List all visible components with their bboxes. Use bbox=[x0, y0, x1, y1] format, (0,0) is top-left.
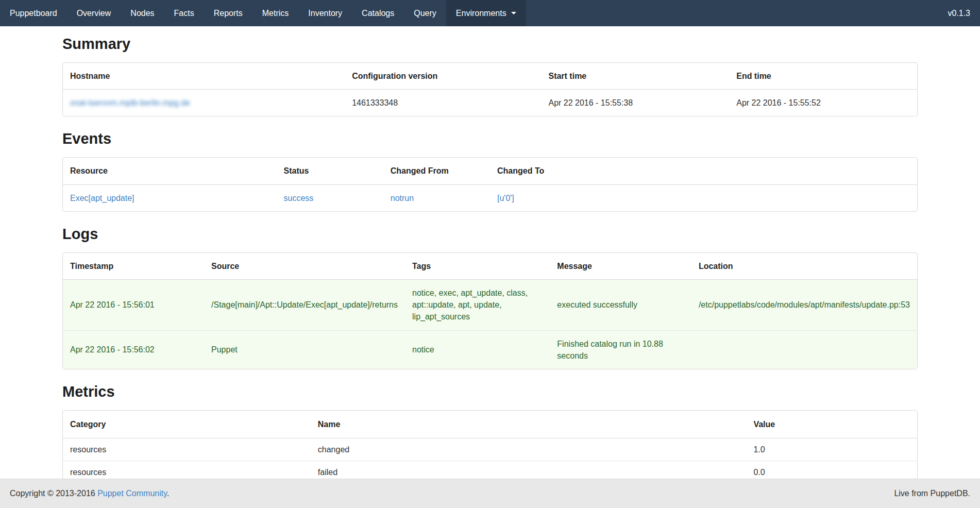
events-header-changed-from: Changed From bbox=[383, 158, 490, 184]
metrics-heading: Metrics bbox=[62, 383, 918, 400]
metrics-header-name: Name bbox=[311, 411, 747, 438]
events-table: Resource Status Changed From Changed To … bbox=[62, 157, 918, 211]
summary-table: Hostname Configuration version Start tim… bbox=[62, 62, 918, 116]
log-timestamp: Apr 22 2016 - 15:56:01 bbox=[63, 280, 204, 330]
events-header-status: Status bbox=[277, 158, 383, 184]
nav-item-reports[interactable]: Reports bbox=[204, 0, 252, 26]
nav-item-nodes[interactable]: Nodes bbox=[121, 0, 164, 26]
table-row: Apr 22 2016 - 15:56:02 Puppet notice Fin… bbox=[63, 330, 917, 369]
nav-item-query[interactable]: Query bbox=[404, 0, 446, 26]
start-time-value: Apr 22 2016 - 15:55:38 bbox=[541, 90, 729, 116]
footer: Copyright © 2013-2016 Puppet Community. … bbox=[0, 479, 980, 508]
events-header-resource: Resource bbox=[63, 158, 277, 184]
nav-item-overview[interactable]: Overview bbox=[67, 0, 121, 26]
table-row: Apr 22 2016 - 15:56:01 /Stage[main]/Apt:… bbox=[63, 280, 917, 330]
logs-header-location: Location bbox=[691, 253, 917, 280]
summary-header-config-version: Configuration version bbox=[345, 63, 541, 90]
metrics-header-category: Category bbox=[63, 411, 311, 438]
brand-link[interactable]: Puppetboard bbox=[0, 0, 67, 26]
metrics-header-row: Category Name Value bbox=[63, 411, 917, 438]
logs-header-source: Source bbox=[204, 253, 405, 280]
event-status-link[interactable]: success bbox=[284, 194, 314, 202]
event-changed-to-link[interactable]: [u'0'] bbox=[497, 194, 514, 202]
copyright-text: Copyright © 2013-2016 Puppet Community. bbox=[10, 489, 169, 498]
report-page: Summary Hostname Configuration version S… bbox=[62, 0, 918, 508]
nav-item-inventory[interactable]: Inventory bbox=[298, 0, 352, 26]
table-row: resources changed 1.0 bbox=[63, 438, 917, 461]
summary-header-row: Hostname Configuration version Start tim… bbox=[63, 63, 917, 90]
chevron-down-icon bbox=[511, 12, 516, 14]
metric-value: 1.0 bbox=[746, 438, 917, 461]
hostname-link[interactable]: xnat-tservvm.mpib-berlin.mpg.de bbox=[70, 98, 190, 107]
table-row: Exec[apt_update] success notrun [u'0'] bbox=[63, 185, 917, 211]
logs-header-timestamp: Timestamp bbox=[63, 253, 204, 280]
version-label: v0.1.3 bbox=[938, 0, 980, 26]
log-location bbox=[691, 330, 917, 369]
config-version-value: 1461333348 bbox=[345, 90, 541, 116]
log-location: /etc/puppetlabs/code/modules/apt/manifes… bbox=[691, 280, 917, 330]
table-row: xnat-tservvm.mpib-berlin.mpg.de 14613333… bbox=[63, 90, 917, 116]
event-resource-link[interactable]: Exec[apt_update] bbox=[70, 194, 134, 202]
metrics-header-value: Value bbox=[746, 411, 917, 438]
events-heading: Events bbox=[62, 130, 918, 147]
metric-category: resources bbox=[63, 438, 311, 461]
logs-header-message: Message bbox=[550, 253, 691, 280]
nav-item-environments-dropdown[interactable]: Environments bbox=[446, 0, 526, 26]
logs-header-tags: Tags bbox=[405, 253, 550, 280]
log-tags: notice, exec, apt_update, class, apt::up… bbox=[405, 280, 550, 330]
summary-header-start-time: Start time bbox=[541, 63, 729, 90]
log-source: /Stage[main]/Apt::Update/Exec[apt_update… bbox=[204, 280, 405, 330]
logs-heading: Logs bbox=[62, 226, 918, 243]
log-tags: notice bbox=[405, 330, 550, 369]
nav-item-environments-label: Environments bbox=[456, 9, 506, 18]
logs-header-row: Timestamp Source Tags Message Location bbox=[63, 253, 917, 280]
nav-item-facts[interactable]: Facts bbox=[164, 0, 204, 26]
puppetdb-status-text: Live from PuppetDB. bbox=[894, 489, 970, 498]
end-time-value: Apr 22 2016 - 15:55:52 bbox=[729, 90, 917, 116]
nav-item-metrics[interactable]: Metrics bbox=[252, 0, 299, 26]
events-header-changed-to: Changed To bbox=[490, 158, 917, 184]
nav-item-catalogs[interactable]: Catalogs bbox=[352, 0, 404, 26]
summary-heading: Summary bbox=[62, 36, 918, 53]
event-changed-from-link[interactable]: notrun bbox=[391, 194, 414, 202]
top-navbar: Puppetboard Overview Nodes Facts Reports… bbox=[0, 0, 980, 26]
log-source: Puppet bbox=[204, 330, 405, 369]
metric-name: changed bbox=[311, 438, 747, 461]
log-message: executed successfully bbox=[550, 280, 691, 330]
summary-header-hostname: Hostname bbox=[63, 63, 345, 90]
puppet-community-link[interactable]: Puppet Community bbox=[97, 489, 167, 498]
events-header-row: Resource Status Changed From Changed To bbox=[63, 158, 917, 184]
navbar-spacer bbox=[526, 0, 938, 26]
summary-header-end-time: End time bbox=[729, 63, 917, 90]
logs-table: Timestamp Source Tags Message Location A… bbox=[62, 252, 918, 369]
copyright-prefix: Copyright © 2013-2016 bbox=[10, 489, 97, 498]
log-timestamp: Apr 22 2016 - 15:56:02 bbox=[63, 330, 204, 369]
copyright-suffix: . bbox=[167, 489, 169, 498]
log-message: Finished catalog run in 10.88 seconds bbox=[550, 330, 691, 369]
